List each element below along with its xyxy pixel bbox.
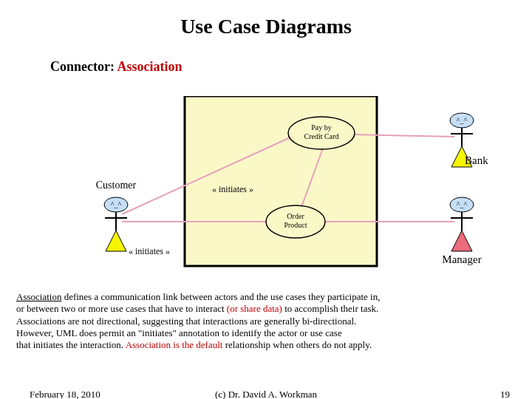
actor-bank-face: ^_^ xyxy=(457,116,468,124)
l1-tail: defines a communication link between act… xyxy=(61,291,380,302)
assoc-underlined: Association xyxy=(16,291,61,302)
page-title: Use Case Diagrams xyxy=(0,15,532,38)
diagram-canvas: Pay by Credit Card Order Product « initi… xyxy=(44,96,488,273)
usecase-pay-l2: Credit Card xyxy=(304,132,339,140)
subtitle: Connector: Association xyxy=(50,59,183,75)
actor-customer-label: Customer xyxy=(96,180,137,191)
footer-copyright: (c) Dr. David A. Workman xyxy=(0,389,532,399)
l3: Associations are not directional, sugges… xyxy=(16,316,356,327)
l4: However, UML does permit an "initiates" … xyxy=(16,327,342,338)
subtitle-prefix: Connector: xyxy=(50,59,115,74)
l5-head: that initiates the interaction. xyxy=(16,339,126,350)
usecase-order-l2: Product xyxy=(284,221,307,229)
footer-page: 19 xyxy=(500,389,510,399)
subtitle-keyword: Association xyxy=(117,59,183,74)
actor-bank: ^_^ Bank xyxy=(450,113,488,167)
actor-manager-label: Manager xyxy=(442,253,481,265)
l2-head: or between two or more use cases that ha… xyxy=(16,303,227,314)
l5-tail: relationship when others do not apply. xyxy=(222,339,372,350)
slide: Use Case Diagrams Connector: Association xyxy=(0,0,532,399)
svg-marker-3 xyxy=(106,231,126,251)
system-boundary xyxy=(185,96,377,266)
svg-marker-11 xyxy=(451,231,472,251)
usecase-order-l1: Order xyxy=(287,212,304,220)
stereotype-initiates-2: « initiates » xyxy=(129,246,170,256)
actor-customer-face: ^_^ xyxy=(111,200,122,208)
actor-customer: Customer ^_^ xyxy=(96,180,137,251)
actor-manager: ^_^ Manager xyxy=(442,197,481,265)
l2-red: (or share data) xyxy=(227,303,282,314)
stereotype-initiates-1: « initiates » xyxy=(212,184,253,194)
l2-tail: to accomplish their task. xyxy=(282,303,378,314)
l5-red: Association is the default xyxy=(126,339,223,350)
actor-bank-label: Bank xyxy=(465,154,488,166)
diagram-svg: Pay by Credit Card Order Product « initi… xyxy=(44,96,488,273)
actor-manager-face: ^_^ xyxy=(457,200,468,208)
body-text: Association defines a communication link… xyxy=(16,291,516,351)
usecase-pay-l1: Pay by xyxy=(311,123,332,132)
